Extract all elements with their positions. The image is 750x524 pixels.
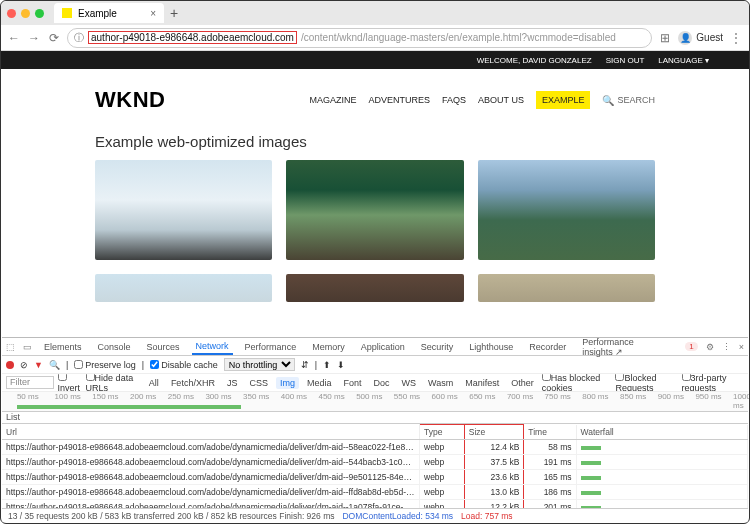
col-url[interactable]: Url — [2, 425, 420, 440]
type-media[interactable]: Media — [303, 377, 336, 389]
gallery-image[interactable] — [95, 274, 272, 302]
inspect-icon[interactable]: ⬚ — [6, 342, 15, 352]
request-row[interactable]: https://author-p49018-e986648.adobeaemcl… — [2, 455, 748, 470]
avatar-icon: 👤 — [678, 31, 692, 45]
type-js[interactable]: JS — [223, 377, 242, 389]
gallery-image[interactable] — [478, 160, 655, 260]
tab-recorder[interactable]: Recorder — [525, 340, 570, 354]
col-time[interactable]: Time — [524, 425, 576, 440]
type-manifest[interactable]: Manifest — [461, 377, 503, 389]
nav-example[interactable]: EXAMPLE — [536, 91, 591, 109]
type-other[interactable]: Other — [507, 377, 538, 389]
blocked-requests-checkbox[interactable]: Blocked Requests — [615, 374, 677, 392]
site-logo[interactable]: WKND — [95, 87, 165, 113]
filter-input[interactable]: Filter — [6, 376, 54, 389]
col-waterfall[interactable]: Waterfall — [576, 425, 747, 440]
tab-lighthouse[interactable]: Lighthouse — [465, 340, 517, 354]
kebab-menu-icon[interactable]: ⋮ — [722, 342, 731, 352]
type-all[interactable]: All — [145, 377, 163, 389]
type-doc[interactable]: Doc — [369, 377, 393, 389]
site-info-icon[interactable]: ⓘ — [74, 31, 84, 45]
record-button[interactable] — [6, 361, 14, 369]
profile-label: Guest — [696, 32, 723, 43]
req-size: 37.5 kB — [464, 455, 524, 470]
type-wasm[interactable]: Wasm — [424, 377, 457, 389]
profile-button[interactable]: 👤 Guest — [678, 31, 723, 45]
url-host: author-p49018-e986648.adobeaemcloud.com — [88, 31, 297, 44]
disable-cache-checkbox[interactable]: Disable cache — [150, 360, 218, 370]
type-font[interactable]: Font — [339, 377, 365, 389]
tab-console[interactable]: Console — [94, 340, 135, 354]
nav-adventures[interactable]: ADVENTURES — [369, 95, 431, 105]
browser-tab[interactable]: Example × — [54, 3, 164, 23]
type-ws[interactable]: WS — [397, 377, 420, 389]
request-row[interactable]: https://author-p49018-e986648.adobeaemcl… — [2, 440, 748, 455]
tab-performance[interactable]: Performance — [241, 340, 301, 354]
timeline-tick: 550 ms — [394, 392, 420, 401]
request-row[interactable]: https://author-p49018-e986648.adobeaemcl… — [2, 485, 748, 500]
type-fetch[interactable]: Fetch/XHR — [167, 377, 219, 389]
col-size[interactable]: Size — [464, 425, 524, 440]
hide-data-checkbox[interactable]: Hide data URLs — [86, 374, 141, 392]
tab-sources[interactable]: Sources — [143, 340, 184, 354]
nav-magazine[interactable]: MAGAZINE — [310, 95, 357, 105]
clear-button[interactable]: ⊘ — [20, 360, 28, 370]
tab-application[interactable]: Application — [357, 340, 409, 354]
maximize-window[interactable] — [35, 9, 44, 18]
search-box[interactable]: 🔍 SEARCH — [602, 95, 655, 106]
nav-about[interactable]: ABOUT US — [478, 95, 524, 105]
gallery-image[interactable] — [95, 160, 272, 260]
signout-link[interactable]: SIGN OUT — [606, 56, 645, 65]
tab-security[interactable]: Security — [417, 340, 458, 354]
timeline-tick: 850 ms — [620, 392, 646, 401]
download-icon[interactable]: ⬇ — [337, 360, 345, 370]
request-row[interactable]: https://author-p49018-e986648.adobeaemcl… — [2, 500, 748, 509]
gallery-image[interactable] — [286, 160, 463, 260]
close-icon[interactable]: × — [739, 342, 744, 352]
extensions-icon[interactable]: ⊞ — [658, 31, 672, 45]
network-timeline[interactable]: 50 ms100 ms150 ms200 ms250 ms300 ms350 m… — [2, 392, 748, 412]
new-tab-button[interactable]: + — [170, 5, 178, 21]
wifi-icon[interactable]: ⇵ — [301, 360, 309, 370]
col-type[interactable]: Type — [420, 425, 465, 440]
device-icon[interactable]: ▭ — [23, 342, 32, 352]
req-size: 13.0 kB — [464, 485, 524, 500]
upload-icon[interactable]: ⬆ — [323, 360, 331, 370]
tab-memory[interactable]: Memory — [308, 340, 349, 354]
error-badge[interactable]: 1 — [685, 342, 697, 351]
close-tab-icon[interactable]: × — [150, 8, 156, 19]
tab-elements[interactable]: Elements — [40, 340, 86, 354]
footer-summary: 13 / 35 requests 200 kB / 583 kB transfe… — [8, 511, 334, 521]
type-css[interactable]: CSS — [245, 377, 272, 389]
tab-perf-insights[interactable]: Performance insights ↗ — [578, 335, 669, 359]
invert-checkbox[interactable]: Invert — [58, 374, 82, 392]
request-row[interactable]: https://author-p49018-e986648.adobeaemcl… — [2, 470, 748, 485]
third-party-checkbox[interactable]: 3rd-party requests — [682, 374, 744, 392]
preserve-log-checkbox[interactable]: Preserve log — [74, 360, 136, 370]
gear-icon[interactable]: ⚙ — [706, 342, 714, 352]
timeline-tick: 100 ms — [55, 392, 81, 401]
nav-faqs[interactable]: FAQS — [442, 95, 466, 105]
address-bar[interactable]: ⓘ author-p49018-e986648.adobeaemcloud.co… — [67, 28, 652, 48]
tab-network[interactable]: Network — [192, 339, 233, 355]
forward-button[interactable]: → — [27, 31, 41, 45]
req-url: https://author-p49018-e986648.adobeaemcl… — [2, 470, 420, 485]
image-gallery — [95, 160, 655, 302]
back-button[interactable]: ← — [7, 31, 21, 45]
kebab-menu-icon[interactable]: ⋮ — [729, 31, 743, 45]
close-window[interactable] — [7, 9, 16, 18]
browser-tab-strip: Example × + — [1, 1, 749, 25]
search-icon[interactable]: 🔍 — [49, 360, 60, 370]
blocked-cookies-checkbox[interactable]: Has blocked cookies — [542, 374, 612, 392]
req-waterfall — [576, 440, 747, 455]
reload-button[interactable]: ⟳ — [47, 31, 61, 45]
timeline-tick: 300 ms — [205, 392, 231, 401]
minimize-window[interactable] — [21, 9, 30, 18]
gallery-image[interactable] — [286, 274, 463, 302]
req-time: 165 ms — [524, 470, 576, 485]
type-img[interactable]: Img — [276, 377, 299, 389]
gallery-image[interactable] — [478, 274, 655, 302]
filter-icon[interactable]: ▼ — [34, 360, 43, 370]
language-dropdown[interactable]: LANGUAGE ▾ — [658, 56, 709, 65]
throttling-select[interactable]: No throttling — [224, 358, 295, 371]
